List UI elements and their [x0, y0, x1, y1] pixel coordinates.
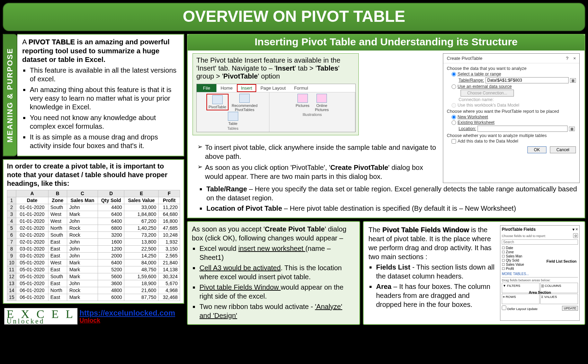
cell: 6400 [98, 211, 124, 218]
col-header: F [159, 190, 180, 197]
text: Area [376, 283, 391, 290]
cancel-button[interactable]: Cancel [550, 146, 576, 153]
radio-existing-worksheet[interactable] [452, 120, 456, 125]
cell: John [67, 204, 98, 211]
cell: East [48, 238, 67, 245]
field-item[interactable]: ☐ Profit [502, 267, 578, 271]
cell: 2,565 [159, 252, 180, 259]
pivot-table-term: PIVOT TABLE [28, 38, 75, 46]
ribbon-tab-insert[interactable]: Insert [237, 84, 257, 92]
ribbon-btn-pictures[interactable]: Pictures [294, 94, 312, 108]
table-row: 1406-01-2020NorthRock480021,6004,968 [7, 287, 180, 294]
table-row: 903-01-2020EastJohn200014,2502,565 [7, 252, 180, 259]
more-tables-link[interactable]: MORE TABLES... [502, 272, 578, 276]
values-area[interactable]: Σ VALUES [540, 294, 578, 304]
pane-sub: Choose fields to add to report: [502, 234, 546, 238]
cell: West [48, 211, 67, 218]
text: Insert [276, 64, 294, 72]
ribbon-tab-layout[interactable]: Page Layout [256, 84, 290, 92]
text: Table/Range [206, 185, 247, 193]
ribbon-btn-recommended[interactable]: Recommended PivotTables [230, 94, 259, 112]
radio-data-model [452, 103, 456, 108]
table-row: 401-01-2020WestJohn640067,20016,800 [7, 218, 180, 225]
table-row: 301-01-2020WestMark64001,84,80064,680 [7, 211, 180, 218]
range-picker-icon[interactable]: ▦ [569, 127, 575, 131]
fields-search-input[interactable] [502, 239, 578, 245]
text: insert new worksheet [238, 245, 305, 252]
cell: 01-01-2020 [16, 204, 48, 211]
gear-icon[interactable]: ⚙ [573, 233, 578, 238]
insert-panel: Inserting Pivot Table and Understanding … [187, 34, 585, 218]
unlock-link[interactable]: Unlock [80, 317, 175, 324]
sample-data-table: A B C D E F 1 Date Zone Sales Man Qty So… [7, 190, 180, 301]
cell: Rock [67, 225, 98, 231]
dataset-note: In order to create a pivot table, it is … [7, 162, 180, 188]
cell: 13,800 [124, 238, 159, 245]
row-num: 3 [7, 211, 16, 218]
drag-areas-label: Drag fields between areas below: [502, 277, 578, 282]
table-row: 1005-01-2020WestMark640084,00021,840 [7, 259, 180, 266]
cell: 2000 [98, 252, 124, 259]
cell: 3200 [98, 231, 124, 238]
table-range-input[interactable] [485, 77, 569, 83]
choose-connection-button: Choose Connection... [461, 90, 514, 97]
text: Two new ribbon tabs would activate - [199, 303, 315, 310]
text: As soon as you click option 'PivotTable'… [205, 164, 330, 171]
close-icon[interactable]: × [573, 56, 576, 61]
row-num: 5 [7, 225, 16, 231]
cell: 6800 [98, 225, 124, 231]
row-num: 1 [7, 197, 16, 204]
navigation-instruction: The Pivot table Insert feature is availa… [193, 53, 359, 135]
ribbon-tab-formulas[interactable]: Formul [290, 84, 312, 92]
ribbon-tab-file[interactable]: File [197, 84, 216, 92]
data-header: Qty Sold [98, 197, 124, 204]
ribbon-btn-online-pictures[interactable]: Online Pictures [313, 94, 331, 112]
cell: East [48, 245, 67, 252]
ok-button[interactable]: OK [527, 146, 546, 153]
table-row: 1305-01-2020EastJohn360018,9005,670 [7, 280, 180, 287]
row-num: 6 [7, 231, 16, 238]
ribbon-group-tables: Tables [199, 126, 267, 131]
update-button[interactable]: UPDATE [562, 306, 578, 311]
ribbon-btn-pivottable[interactable]: PivotTable [206, 94, 229, 110]
field-item[interactable]: ☐ Sales Man [502, 254, 578, 258]
checkbox-data-model[interactable] [452, 139, 456, 144]
location-input[interactable] [478, 126, 568, 132]
cell: 1,84,800 [124, 211, 159, 218]
ribbon-btn-table[interactable]: Table [226, 112, 240, 126]
cell: Mark [67, 294, 98, 301]
cell: 1200 [98, 245, 124, 252]
cell: 84,000 [124, 259, 159, 266]
cell: 22,500 [124, 245, 159, 252]
range-picker-icon[interactable]: ▦ [570, 78, 576, 83]
cell: 14,250 [124, 252, 159, 259]
fields-window-panel: The Pivot Table Fields Window is the hea… [363, 221, 585, 325]
cell: North [48, 287, 67, 294]
cell: 06-01-2020 [16, 294, 48, 301]
col-header: E [124, 190, 159, 197]
field-item[interactable]: ☐ Date [502, 246, 578, 250]
text: – Here pivot table destination is specif… [282, 204, 516, 212]
col-header: B [48, 190, 67, 197]
label: Location: [458, 126, 476, 131]
cell: 6400 [98, 218, 124, 225]
field-item[interactable]: ☐ Zone [502, 250, 578, 254]
cell: 5200 [98, 266, 124, 273]
cell: 01-01-2020 [16, 211, 48, 218]
rows-area[interactable]: ≡ ROWS [502, 294, 540, 304]
text: Pivot table Fields Window [199, 283, 281, 291]
radio-new-worksheet[interactable] [452, 115, 456, 119]
text: PivotTable [223, 72, 258, 80]
cell: 1,932 [159, 238, 180, 245]
connection-name-label: Connection name: [458, 97, 576, 102]
website-link[interactable]: https://excelunlocked.com [80, 309, 175, 317]
radio-select-range[interactable] [452, 72, 456, 76]
insert-subtitle: Inserting Pivot Table and Understanding … [188, 35, 585, 51]
defer-layout-checkbox[interactable] [502, 306, 506, 310]
cell: 02-01-2020 [16, 225, 48, 231]
radio-external-source[interactable] [452, 84, 456, 89]
help-icon[interactable]: ? [566, 56, 568, 61]
label: Existing Worksheet [457, 120, 495, 125]
data-header: Sales Value [124, 197, 159, 204]
ribbon-tab-home[interactable]: Home [216, 84, 237, 92]
